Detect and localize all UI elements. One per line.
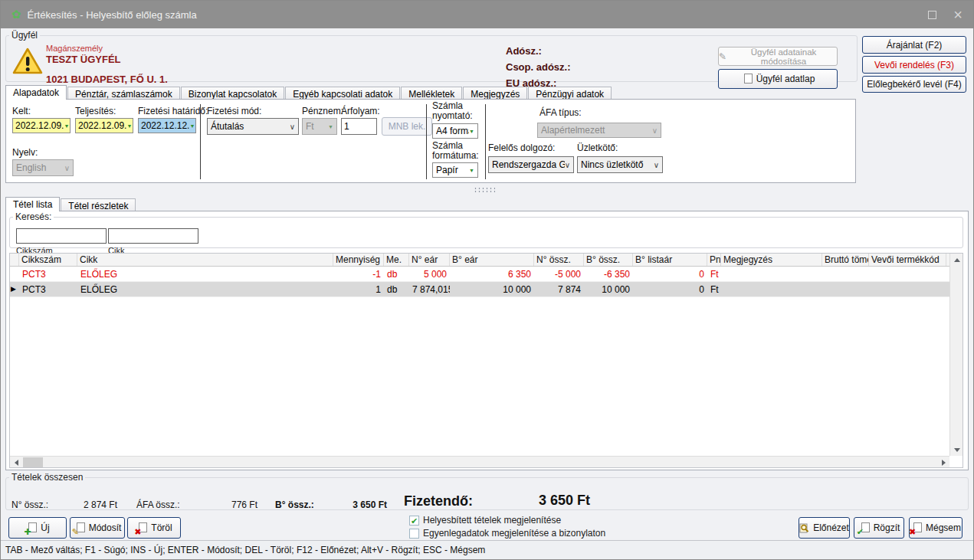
divider <box>426 104 427 179</box>
customer-modify-label: Ügyfél adatainak módosítása <box>730 47 837 66</box>
column-header[interactable]: Pn. <box>707 254 721 266</box>
window-title: Értékesítés - Helyesbítő előleg számla <box>28 9 197 21</box>
chevron-down-icon: ∨ <box>64 164 70 172</box>
szamla-formatuma-combo[interactable]: Papír▼ <box>432 162 478 178</box>
szamla-nyomtato-label: Számla nyomtató: <box>432 101 480 121</box>
chevron-down-icon: ∨ <box>290 123 295 131</box>
table-row[interactable]: PCT3ELŐLEG-1db5 0006 350-5 000-6 3500Ft <box>10 267 963 282</box>
scroll-up-icon[interactable] <box>950 254 963 266</box>
mnb-button-label: MNB lek. <box>389 121 426 132</box>
new-item-label: Új <box>41 522 49 533</box>
nyelv-label: Nyelv: <box>12 147 38 158</box>
save-label: Rögzít <box>874 522 900 533</box>
mnb-button[interactable]: MNB lek. <box>382 117 432 136</box>
fizetesi-hatarido-label: Fizetési határidő: <box>138 106 208 116</box>
column-header[interactable]: Me. <box>384 254 409 266</box>
table-cell: -1 <box>333 267 384 281</box>
column-header[interactable]: Vevői termékkód <box>869 254 946 266</box>
tab-mellekletek[interactable]: Mellékletek <box>401 87 462 100</box>
tab-penzugyi-adatok[interactable]: Pénzügyi adatok <box>528 87 612 100</box>
horizontal-scrollbar[interactable] <box>10 456 949 467</box>
form-panel: Kelt: 2022.12.09.▼ Teljesítés: 2022.12.0… <box>5 99 856 183</box>
tab-bizonylat-kapcsolatok[interactable]: Bizonylat kapcsolatok <box>181 87 284 100</box>
column-header[interactable]: Bruttó tömeg <box>822 254 869 266</box>
search-cikkszam-input[interactable] <box>16 228 107 244</box>
items-grid: CikkszámCikkMennyiségMe.N° eárB° eárN° ö… <box>9 253 963 468</box>
close-icon[interactable]: × <box>953 7 963 22</box>
customer-address: 1021 BUDAPEST, FŐ U. 1. <box>46 74 168 85</box>
uzletkoto-combo[interactable]: Nincs üzletkötő∨ <box>577 156 663 173</box>
szamla-nyomtato-combo[interactable]: A4 forma▼ <box>432 123 478 139</box>
tab-alapadatok[interactable]: Alapadatok <box>5 85 67 100</box>
table-cell: ELŐLEG <box>77 282 333 296</box>
splitter-grip[interactable] <box>474 187 495 193</box>
penznem-combo[interactable]: Ft▼ <box>302 118 337 135</box>
column-header[interactable]: B° listaár <box>633 254 707 266</box>
afa-total-label: ÁFA össz.: <box>136 499 180 510</box>
nyelv-combo[interactable]: English∨ <box>12 159 74 176</box>
totals-group: Tételek összesen N° össz.: 2 874 Ft ÁFA … <box>5 472 969 510</box>
row-marker-icon: ▶ <box>10 282 19 296</box>
table-cell <box>822 282 869 296</box>
elolegbekero-label: Előlegbekérő levél (F4) <box>867 79 961 90</box>
save-button[interactable]: ✔ Rögzít <box>854 517 904 539</box>
new-item-button[interactable]: ✚ Új <box>8 517 67 539</box>
table-cell: PCT3 <box>19 267 77 281</box>
search-cikk-input[interactable] <box>108 228 198 244</box>
kelt-value: 2022.12.09. <box>15 120 64 131</box>
scrollbar-thumb[interactable] <box>23 457 43 467</box>
preview-label: Előnézet <box>813 522 849 533</box>
checkbox-row-helyesbitett-tetelek: ✔Helyesbített tételek megjelenítése <box>409 515 561 526</box>
search-group-label: Keresés: <box>13 211 54 222</box>
customer-type: Magánszemély <box>46 44 103 53</box>
column-header[interactable]: Cikk <box>77 254 333 266</box>
customer-datasheet-button[interactable]: Ügyfél adatlap <box>718 69 838 89</box>
afa-tipus-value: Alapértelmezett <box>541 125 605 136</box>
totals-group-label: Tételek összesen <box>9 472 85 483</box>
pencil-icon: ✎ <box>719 51 726 62</box>
tab-tetel-reszletek[interactable]: Tétel részletek <box>61 198 136 211</box>
checkbox-helyesbitett-tetelek[interactable]: ✔ <box>409 516 419 526</box>
checkbox-egyenlegadatok[interactable] <box>409 529 419 539</box>
preview-button[interactable]: Előnézet <box>799 517 850 539</box>
column-header[interactable]: B° össz. <box>584 254 633 266</box>
customer-modify-button[interactable]: ✎ Ügyfél adatainak módosítása <box>718 47 838 66</box>
kelt-label: Kelt: <box>12 106 31 116</box>
column-header[interactable]: Megjegyzés <box>721 254 822 266</box>
teljesites-field[interactable]: 2022.12.09.▼ <box>75 118 133 133</box>
tax-number-label: Adósz.: <box>506 45 542 57</box>
fizetesi-mod-combo[interactable]: Átutalás∨ <box>207 118 299 135</box>
table-cell: Ft <box>707 267 721 281</box>
cancel-button[interactable]: ✖ Mégsem <box>909 517 963 539</box>
column-header[interactable]: Mennyiség <box>333 254 384 266</box>
maximize-icon[interactable] <box>928 11 936 19</box>
scroll-down-icon[interactable] <box>950 444 963 456</box>
fizetesi-hatarido-field[interactable]: 2022.12.12.▼ <box>138 118 196 133</box>
scroll-right-icon[interactable] <box>937 457 949 468</box>
column-header[interactable]: N° össz. <box>534 254 584 266</box>
tab-megjegyzes[interactable]: Megjegyzés <box>463 87 527 100</box>
scroll-left-icon[interactable] <box>10 457 22 468</box>
modify-item-button[interactable]: ✎ Módosít <box>70 517 125 539</box>
tab-egyeb-kapcsolati-adatok[interactable]: Egyéb kapcsolati adatok <box>285 87 400 100</box>
vertical-scrollbar[interactable] <box>949 254 963 456</box>
modify-item-label: Módosít <box>89 522 122 533</box>
arfolyam-input[interactable] <box>341 118 377 135</box>
column-header[interactable]: Cikkszám <box>19 254 77 266</box>
arajanlat-button[interactable]: Árajánlat (F2) <box>862 36 966 54</box>
table-cell: 0 <box>633 267 707 281</box>
kelt-field[interactable]: 2022.12.09.▼ <box>12 118 71 133</box>
actions-row: ✚ Új ✎ Módosít ✖ Töröl ✔Helyesbített tét… <box>1 513 974 542</box>
column-header[interactable]: N° eár <box>409 254 450 266</box>
afa-tipus-combo[interactable]: Alapértelmezett∨ <box>537 123 661 138</box>
column-header[interactable]: B° eár <box>450 254 534 266</box>
vevoi-rendeles-button[interactable]: Vevői rendelés (F3) <box>862 56 966 74</box>
delete-item-button[interactable]: ✖ Töröl <box>127 517 181 539</box>
tab-penztar-szamlaszamok[interactable]: Pénztár, számlaszámok <box>67 87 180 100</box>
elolegbekero-button[interactable]: Előlegbekérő levél (F4) <box>862 76 966 93</box>
teljesites-value: 2022.12.09. <box>78 120 126 131</box>
dialog-body: Ügyfél Magánszemély TESZT ÜGYFÉL 1021 BU… <box>1 28 973 559</box>
tab-tetel-lista[interactable]: Tétel lista <box>5 197 60 211</box>
felelos-dolgozo-combo[interactable]: Rendszergazda Ge∨ <box>488 156 574 173</box>
table-row[interactable]: ▶PCT3ELŐLEG1db7 874,0157510 0007 87410 0… <box>10 282 963 297</box>
